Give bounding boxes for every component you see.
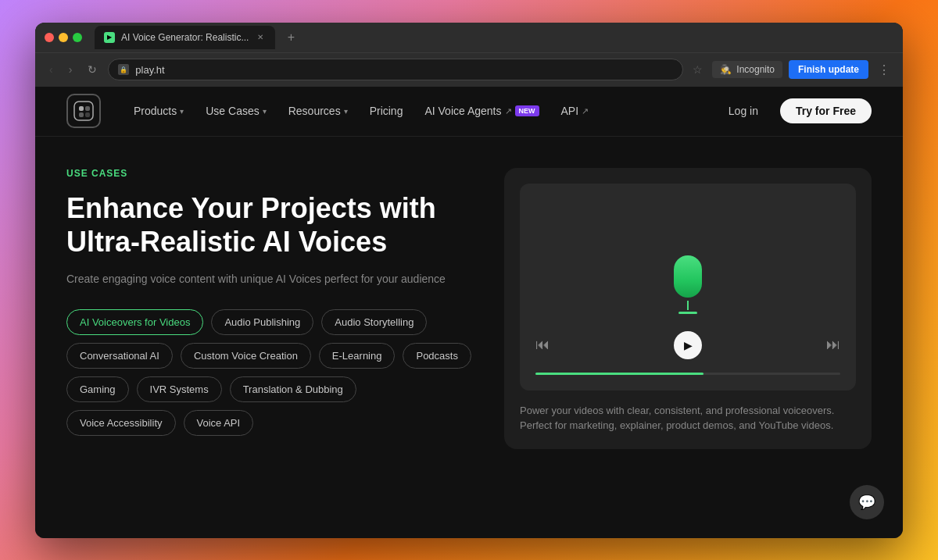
tags-container: AI Voiceovers for Videos Audio Publishin…	[66, 309, 473, 436]
tag-audio-storytelling[interactable]: Audio Storytelling	[321, 309, 427, 335]
use-cases-chevron-icon: ▾	[263, 107, 267, 116]
resources-chevron-icon: ▾	[344, 107, 348, 116]
traffic-lights	[45, 33, 82, 42]
nav-items: Products ▾ Use Cases ▾ Resources ▾ Prici…	[124, 100, 716, 122]
url-favicon: 🔒	[118, 64, 129, 75]
browser-menu-button[interactable]: ⋮	[875, 59, 893, 80]
incognito-icon: 🕵	[720, 64, 732, 75]
url-text: play.ht	[135, 64, 164, 76]
chat-icon: 💬	[858, 494, 875, 511]
tag-podcasts[interactable]: Podcasts	[403, 343, 471, 369]
hero-right: ⏮ ▶ ⏭ Power your videos with clear, cons…	[504, 168, 872, 523]
tag-ai-voiceovers[interactable]: AI Voiceovers for Videos	[66, 309, 203, 335]
mic-foot	[678, 312, 697, 314]
minimize-window-button[interactable]	[59, 33, 68, 42]
forward-button[interactable]: ›	[64, 60, 77, 79]
nav-actions: Log in Try for Free	[716, 98, 872, 123]
tag-gaming[interactable]: Gaming	[66, 376, 129, 402]
nav-use-cases-label: Use Cases	[206, 105, 259, 117]
rewind-button[interactable]: ⏮	[535, 337, 550, 353]
tab-close-button[interactable]: ✕	[255, 32, 266, 43]
tag-voice-api[interactable]: Voice API	[184, 410, 254, 436]
close-window-button[interactable]	[45, 33, 54, 42]
voice-agents-ext-icon: ↗	[505, 106, 512, 116]
video-card: ⏮ ▶ ⏭ Power your videos with clear, cons…	[504, 168, 872, 449]
navbar: Products ▾ Use Cases ▾ Resources ▾ Prici…	[35, 87, 903, 137]
refresh-button[interactable]: ↻	[83, 60, 102, 79]
nav-pricing-label: Pricing	[370, 105, 403, 117]
mic-base	[678, 301, 697, 314]
play-button[interactable]: ▶	[674, 331, 702, 359]
hero-left: USE CASES Enhance Your Projects with Ult…	[66, 168, 473, 523]
browser-window: ▶ AI Voice Generator: Realistic... ✕ + ‹…	[35, 23, 903, 538]
nav-api-label: API	[561, 105, 579, 117]
login-button[interactable]: Log in	[716, 98, 771, 123]
mic-body	[674, 255, 702, 298]
incognito-button[interactable]: 🕵 Incognito	[712, 61, 782, 78]
nav-item-voice-agents[interactable]: AI Voice Agents ↗ NEW	[415, 100, 548, 122]
progress-bar-fill	[535, 373, 704, 375]
nav-products-label: Products	[134, 105, 177, 117]
new-tab-button[interactable]: +	[281, 28, 300, 47]
tag-ivr[interactable]: IVR Systems	[137, 376, 222, 402]
fast-forward-button[interactable]: ⏭	[826, 337, 840, 353]
microphone-icon	[664, 255, 711, 318]
video-player: ⏮ ▶ ⏭	[520, 184, 856, 391]
tab-favicon: ▶	[104, 32, 115, 43]
incognito-label: Incognito	[736, 64, 775, 75]
maximize-window-button[interactable]	[73, 33, 82, 42]
products-chevron-icon: ▾	[180, 107, 184, 116]
tab-title: AI Voice Generator: Realistic...	[121, 32, 249, 43]
progress-bar-container[interactable]	[535, 373, 840, 375]
hero-section: USE CASES Enhance Your Projects with Ult…	[35, 137, 903, 538]
mic-stand	[687, 301, 689, 310]
nav-item-use-cases[interactable]: Use Cases ▾	[196, 100, 275, 122]
svg-rect-0	[74, 102, 93, 120]
nav-item-pricing[interactable]: Pricing	[360, 100, 413, 122]
try-free-button[interactable]: Try for Free	[780, 98, 872, 123]
chat-button[interactable]: 💬	[850, 485, 884, 519]
browser-tab[interactable]: ▶ AI Voice Generator: Realistic... ✕	[95, 26, 275, 49]
tag-translation-dubbing[interactable]: Translation & Dubbing	[230, 376, 356, 402]
hero-title: Enhance Your Projects with Ultra-Realist…	[66, 191, 473, 259]
logo[interactable]	[66, 94, 101, 128]
svg-rect-4	[85, 112, 90, 117]
page-wrapper: Products ▾ Use Cases ▾ Resources ▾ Prici…	[35, 87, 903, 538]
bookmark-button[interactable]: ☆	[689, 60, 706, 79]
page-content: Products ▾ Use Cases ▾ Resources ▾ Prici…	[35, 87, 903, 538]
nav-item-products[interactable]: Products ▾	[124, 100, 193, 122]
tag-voice-accessibility[interactable]: Voice Accessibility	[66, 410, 176, 436]
nav-voice-agents-label: AI Voice Agents	[424, 105, 501, 117]
use-cases-label: USE CASES	[66, 168, 473, 179]
nav-item-api[interactable]: API ↗	[552, 100, 599, 122]
hero-subtitle: Create engaging voice content with uniqu…	[66, 271, 473, 287]
tag-custom-voice[interactable]: Custom Voice Creation	[181, 343, 311, 369]
title-bar: ▶ AI Voice Generator: Realistic... ✕ +	[35, 23, 903, 52]
nav-resources-label: Resources	[288, 105, 341, 117]
tag-conversational-ai[interactable]: Conversational AI	[66, 343, 173, 369]
url-bar[interactable]: 🔒 play.ht	[108, 59, 683, 80]
tag-audio-publishing[interactable]: Audio Publishing	[211, 309, 313, 335]
api-ext-icon: ↗	[582, 106, 589, 116]
address-bar: ‹ › ↻ 🔒 play.ht ☆ 🕵 Incognito Finish upd…	[35, 52, 903, 87]
svg-rect-2	[85, 106, 90, 111]
player-controls: ⏮ ▶ ⏭	[535, 331, 840, 359]
finish-update-button[interactable]: Finish update	[789, 60, 868, 79]
back-button[interactable]: ‹	[45, 60, 58, 79]
svg-rect-1	[79, 106, 84, 111]
new-badge: NEW	[515, 105, 539, 116]
nav-item-resources[interactable]: Resources ▾	[279, 100, 357, 122]
tag-elearning[interactable]: E-Learning	[319, 343, 396, 369]
svg-rect-3	[79, 112, 84, 117]
video-description: Power your videos with clear, consistent…	[520, 403, 856, 433]
